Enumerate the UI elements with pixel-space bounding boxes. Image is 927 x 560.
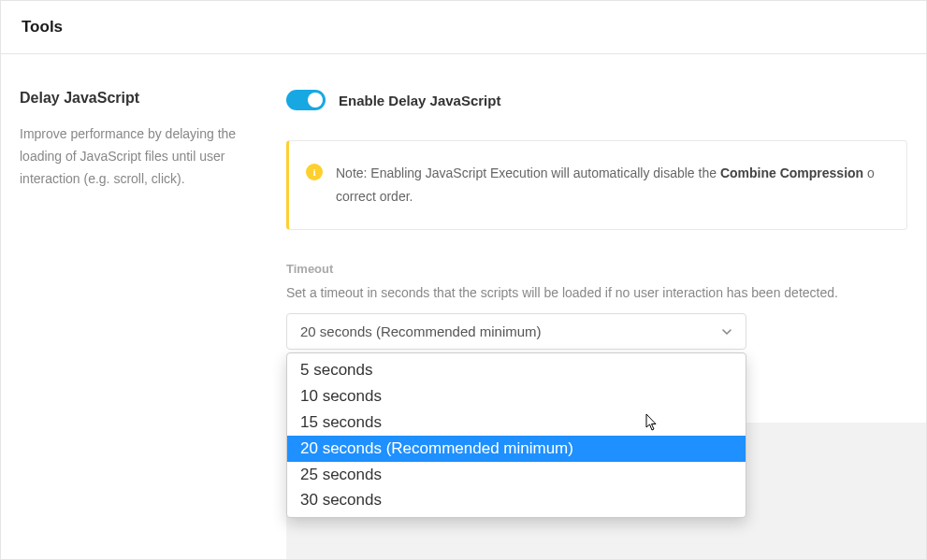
section-main: Enable Delay JavaScript i Note: Enabling… [286,90,907,350]
timeout-select-value: 20 seconds (Recommended minimum) [300,323,542,339]
section-sidebar: Delay JavaScript Improve performance by … [20,90,286,350]
timeout-option[interactable]: 20 seconds (Recommended minimum) [287,436,746,462]
section-title: Delay JavaScript [20,90,268,107]
timeout-description: Set a timeout in seconds that the script… [286,285,907,300]
notice-line2: correct order. [336,189,413,204]
notice-prefix: Note: Enabling JavaScript Execution will… [336,165,720,180]
warning-notice: i Note: Enabling JavaScript Execution wi… [286,140,907,230]
header: Tools [1,1,926,54]
toggle-row: Enable Delay JavaScript [286,90,907,110]
timeout-select-wrap: 20 seconds (Recommended minimum) 5 secon… [286,313,746,350]
timeout-option[interactable]: 30 seconds [287,487,746,513]
timeout-dropdown: 5 seconds10 seconds15 seconds20 seconds … [286,352,746,518]
timeout-option[interactable]: 15 seconds [287,409,746,436]
info-icon: i [306,164,323,180]
timeout-option[interactable]: 5 seconds [287,357,746,383]
content-area: Delay JavaScript Improve performance by … [1,54,926,350]
notice-suffix: o [863,165,875,180]
timeout-option[interactable]: 10 seconds [287,383,746,409]
toggle-label: Enable Delay JavaScript [339,93,500,108]
notice-text: Note: Enabling JavaScript Execution will… [336,162,875,208]
timeout-label: Timeout [286,262,907,276]
enable-delay-js-toggle[interactable] [286,90,326,110]
page-title: Tools [22,18,905,36]
notice-strong: Combine Compression [720,165,863,180]
section-description: Improve performance by delaying the load… [20,123,268,190]
timeout-option[interactable]: 25 seconds [287,462,746,488]
timeout-select[interactable]: 20 seconds (Recommended minimum) [286,313,746,350]
chevron-down-icon [721,326,732,337]
